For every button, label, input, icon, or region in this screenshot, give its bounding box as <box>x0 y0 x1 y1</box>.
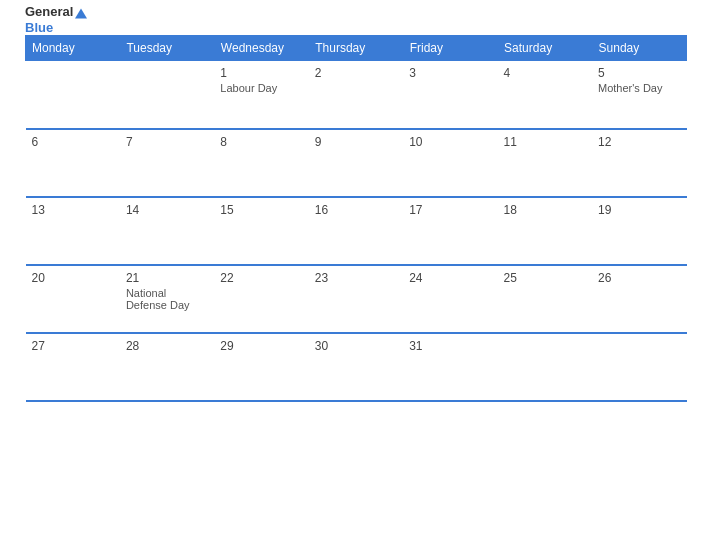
day-header-thursday: Thursday <box>309 36 403 61</box>
day-number: 29 <box>220 339 302 353</box>
calendar-cell: 13 <box>26 197 120 265</box>
week-row-3: 13141516171819 <box>26 197 687 265</box>
holiday-name: Labour Day <box>220 82 302 94</box>
calendar-cell: 16 <box>309 197 403 265</box>
calendar-cell: 2 <box>309 61 403 129</box>
calendar-cell <box>592 333 686 401</box>
day-number: 19 <box>598 203 680 217</box>
day-number: 22 <box>220 271 302 285</box>
calendar-cell: 11 <box>498 129 592 197</box>
logo-general-text: General <box>25 4 73 19</box>
day-number: 12 <box>598 135 680 149</box>
day-number: 23 <box>315 271 397 285</box>
calendar-cell: 7 <box>120 129 214 197</box>
day-header-sunday: Sunday <box>592 36 686 61</box>
day-number: 30 <box>315 339 397 353</box>
day-number: 9 <box>315 135 397 149</box>
holiday-name: Mother's Day <box>598 82 680 94</box>
calendar-cell <box>498 333 592 401</box>
week-row-2: 6789101112 <box>26 129 687 197</box>
day-number: 13 <box>32 203 114 217</box>
day-number: 17 <box>409 203 491 217</box>
calendar-cell <box>120 61 214 129</box>
calendar-cell: 14 <box>120 197 214 265</box>
day-header-tuesday: Tuesday <box>120 36 214 61</box>
calendar-cell: 6 <box>26 129 120 197</box>
calendar-cell: 25 <box>498 265 592 333</box>
day-number: 18 <box>504 203 586 217</box>
logo: General Blue <box>25 4 87 35</box>
calendar-cell: 19 <box>592 197 686 265</box>
day-number: 8 <box>220 135 302 149</box>
day-number: 11 <box>504 135 586 149</box>
calendar-cell: 9 <box>309 129 403 197</box>
day-header-monday: Monday <box>26 36 120 61</box>
logo-blue-text: Blue <box>25 20 53 35</box>
calendar-cell: 26 <box>592 265 686 333</box>
day-number: 26 <box>598 271 680 285</box>
day-number: 25 <box>504 271 586 285</box>
day-number: 10 <box>409 135 491 149</box>
day-number: 7 <box>126 135 208 149</box>
calendar-cell: 10 <box>403 129 497 197</box>
calendar-cell: 12 <box>592 129 686 197</box>
day-number: 28 <box>126 339 208 353</box>
days-header-row: MondayTuesdayWednesdayThursdayFridaySatu… <box>26 36 687 61</box>
calendar-cell: 5Mother's Day <box>592 61 686 129</box>
calendar-cell: 8 <box>214 129 308 197</box>
calendar-cell: 27 <box>26 333 120 401</box>
calendar-cell: 31 <box>403 333 497 401</box>
calendar-cell: 21National Defense Day <box>120 265 214 333</box>
calendar-cell: 15 <box>214 197 308 265</box>
calendar-cell: 4 <box>498 61 592 129</box>
day-number: 31 <box>409 339 491 353</box>
day-number: 3 <box>409 66 491 80</box>
page: General Blue MondayTuesdayWednesdayThurs… <box>0 0 712 550</box>
calendar-cell <box>26 61 120 129</box>
day-number: 24 <box>409 271 491 285</box>
calendar-cell: 28 <box>120 333 214 401</box>
holiday-name: National Defense Day <box>126 287 208 311</box>
calendar-cell: 24 <box>403 265 497 333</box>
calendar-cell: 30 <box>309 333 403 401</box>
day-number: 15 <box>220 203 302 217</box>
week-row-5: 2728293031 <box>26 333 687 401</box>
day-number: 20 <box>32 271 114 285</box>
day-header-saturday: Saturday <box>498 36 592 61</box>
logo-triangle-icon <box>75 8 87 18</box>
calendar-cell: 20 <box>26 265 120 333</box>
calendar-cell: 17 <box>403 197 497 265</box>
calendar-cell: 29 <box>214 333 308 401</box>
calendar-cell: 3 <box>403 61 497 129</box>
calendar-cell: 22 <box>214 265 308 333</box>
day-number: 6 <box>32 135 114 149</box>
day-number: 1 <box>220 66 302 80</box>
calendar-cell: 18 <box>498 197 592 265</box>
day-number: 4 <box>504 66 586 80</box>
day-header-friday: Friday <box>403 36 497 61</box>
day-number: 21 <box>126 271 208 285</box>
week-row-1: 1Labour Day2345Mother's Day <box>26 61 687 129</box>
day-number: 2 <box>315 66 397 80</box>
calendar-table: MondayTuesdayWednesdayThursdayFridaySatu… <box>25 35 687 402</box>
calendar-cell: 1Labour Day <box>214 61 308 129</box>
day-header-wednesday: Wednesday <box>214 36 308 61</box>
week-row-4: 2021National Defense Day2223242526 <box>26 265 687 333</box>
day-number: 5 <box>598 66 680 80</box>
calendar-cell: 23 <box>309 265 403 333</box>
day-number: 16 <box>315 203 397 217</box>
day-number: 14 <box>126 203 208 217</box>
day-number: 27 <box>32 339 114 353</box>
